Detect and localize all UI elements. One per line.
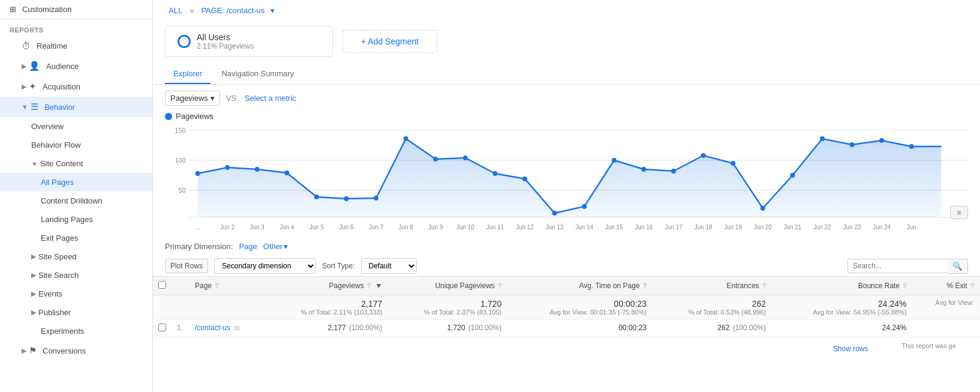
search-input[interactable] [847, 259, 948, 273]
pct-exit-help-icon[interactable]: ? [970, 282, 974, 289]
add-segment-button[interactable]: + Add Segment [342, 30, 437, 53]
sidebar-item-label: Site Content [40, 159, 83, 168]
sidebar-item-label: Publisher [38, 308, 71, 317]
sort-type-select[interactable]: Default [361, 258, 417, 274]
svg-text:Jun 15: Jun 15 [605, 224, 623, 231]
reports-section-label: REPORTS [0, 19, 152, 36]
search-button[interactable]: 🔍 [948, 259, 968, 274]
svg-text:150: 150 [175, 127, 186, 134]
svg-point-32 [909, 144, 914, 149]
select-metric-link[interactable]: Select a metric [245, 94, 296, 103]
sidebar-item-label: Realtime [37, 41, 67, 50]
svg-point-21 [582, 204, 587, 209]
sidebar-item-exit-pages[interactable]: Exit Pages [0, 229, 152, 247]
plot-rows-button[interactable]: Plot Rows [165, 259, 208, 273]
total-br-sub: Avg for View: 54.95% (-55.88%) [778, 309, 906, 316]
svg-point-27 [760, 206, 765, 211]
th-num [171, 277, 189, 295]
chart-legend: Pageviews [153, 112, 980, 124]
sidebar-item-landing-pages[interactable]: Landing Pages [0, 210, 152, 229]
report-note: This report was ge [890, 341, 968, 357]
th-bounce-rate: Bounce Rate ? [772, 277, 912, 295]
sidebar-item-acquisition[interactable]: ▶ ✦ Acquisition [0, 76, 152, 97]
sidebar-item-behavior-flow[interactable]: Behavior Flow [0, 136, 152, 154]
sidebar-item-publisher[interactable]: ▶ Publisher [0, 303, 152, 322]
svg-point-16 [433, 157, 438, 161]
svg-text:Jun 17: Jun 17 [665, 224, 683, 231]
copy-icon[interactable]: ⧉ [235, 324, 239, 331]
sidebar-item-realtime[interactable]: ⏱ Realtime [0, 36, 152, 56]
sort-arrow-icon: ▼ [375, 282, 382, 290]
sidebar-item-content-drilldown[interactable]: Content Drilldown [0, 191, 152, 210]
sidebar-item-all-pages[interactable]: All Pages [0, 173, 152, 191]
segments-row: All Users 2.11% Pageviews + Add Segment [153, 21, 980, 62]
other-dropdown-arrow: ▾ [284, 242, 288, 251]
page-help-icon[interactable]: ? [215, 282, 218, 289]
conversions-icon: ⚑ [29, 345, 37, 356]
bounce-rate-help-icon[interactable]: ? [903, 282, 906, 289]
sidebar-item-site-search[interactable]: ▶ Site Search [0, 266, 152, 285]
svg-text:Jun 12: Jun 12 [516, 224, 534, 231]
svg-marker-7 [198, 139, 942, 217]
metric-dropdown[interactable]: Pageviews ▾ [165, 91, 220, 106]
chart-scroll-button[interactable]: ≡ [950, 206, 968, 219]
svg-point-9 [225, 165, 230, 170]
audience-icon: 👤 [29, 61, 40, 71]
segment-all-users[interactable]: All Users 2.11% Pageviews [165, 26, 333, 57]
row-checkbox[interactable] [158, 324, 166, 331]
svg-text:Jun 24: Jun 24 [873, 224, 891, 231]
tabs-row: Explorer Navigation Summary [153, 64, 980, 85]
customization-bar[interactable]: ⊞ Customization [0, 0, 152, 19]
svg-point-31 [879, 138, 884, 143]
svg-point-25 [701, 153, 706, 158]
breadcrumb-dropdown-icon[interactable]: ▾ [270, 6, 275, 15]
svg-text:Jun 3: Jun 3 [250, 224, 265, 231]
svg-point-18 [493, 171, 498, 176]
th-pageviews[interactable]: Pageviews ? ▼ [264, 277, 388, 295]
sidebar-item-site-speed[interactable]: ▶ Site Speed [0, 247, 152, 266]
data-table: Page ? Pageviews ? ▼ Unique Pageviews ? … [153, 276, 980, 337]
tab-explorer[interactable]: Explorer [165, 64, 211, 84]
total-ent-value: 262 [659, 299, 766, 309]
dim-page-option[interactable]: Page [239, 242, 257, 251]
sidebar-item-experiments[interactable]: Experiments [0, 322, 152, 340]
avg-time-help-icon[interactable]: ? [643, 282, 647, 289]
total-pct-exit: Avg for View: [913, 295, 980, 320]
svg-point-26 [731, 161, 735, 166]
unique-pv-help-icon[interactable]: ? [498, 282, 501, 289]
sidebar-item-behavior[interactable]: ▼ ☰ Behavior [0, 97, 152, 117]
breadcrumb-all[interactable]: ALL [169, 6, 182, 15]
expand-icon: ▼ [31, 160, 38, 167]
other-label: Other [263, 242, 283, 251]
entrances-help-icon[interactable]: ? [762, 282, 766, 289]
sidebar-item-site-content[interactable]: ▼ Site Content [0, 154, 152, 173]
total-upv-value: 1,720 [394, 299, 501, 309]
svg-text:Jun 16: Jun 16 [635, 224, 653, 231]
secondary-dimension-select[interactable]: Secondary dimension [214, 258, 316, 274]
show-rows-link[interactable]: Show rows [821, 341, 880, 357]
tab-navigation-summary[interactable]: Navigation Summary [213, 64, 302, 84]
svg-text:Jun 18: Jun 18 [695, 224, 713, 231]
sidebar-item-conversions[interactable]: ▶ ⚑ Conversions [0, 340, 152, 361]
svg-text:Jun 2: Jun 2 [220, 224, 235, 231]
svg-point-11 [284, 170, 289, 175]
svg-text:Jun 7: Jun 7 [369, 224, 384, 231]
sidebar-item-events[interactable]: ▶ Events [0, 285, 152, 303]
behavior-icon: ☰ [31, 101, 38, 112]
svg-point-14 [374, 196, 378, 201]
sidebar-item-overview[interactable]: Overview [0, 117, 152, 136]
th-page-label: Page [195, 282, 212, 290]
row-page: /contact-us ⧉ [189, 320, 264, 337]
row-bounce-rate: 24.24% [772, 320, 912, 337]
row-checkbox-cell[interactable] [153, 320, 171, 337]
pageviews-help-icon[interactable]: ? [367, 282, 371, 289]
svg-text:Jun 22: Jun 22 [813, 224, 831, 231]
sidebar-item-audience[interactable]: ▶ 👤 Audience [0, 56, 152, 76]
row-pv-value: 2,177 [328, 324, 346, 332]
sidebar-item-label: Landing Pages [41, 215, 93, 224]
sidebar-item-label: Events [38, 289, 62, 298]
select-all-checkbox[interactable] [158, 281, 166, 289]
page-link[interactable]: /contact-us [195, 324, 230, 332]
dim-other-dropdown[interactable]: Other ▾ [263, 242, 288, 251]
expand-icon: ▼ [22, 103, 28, 110]
